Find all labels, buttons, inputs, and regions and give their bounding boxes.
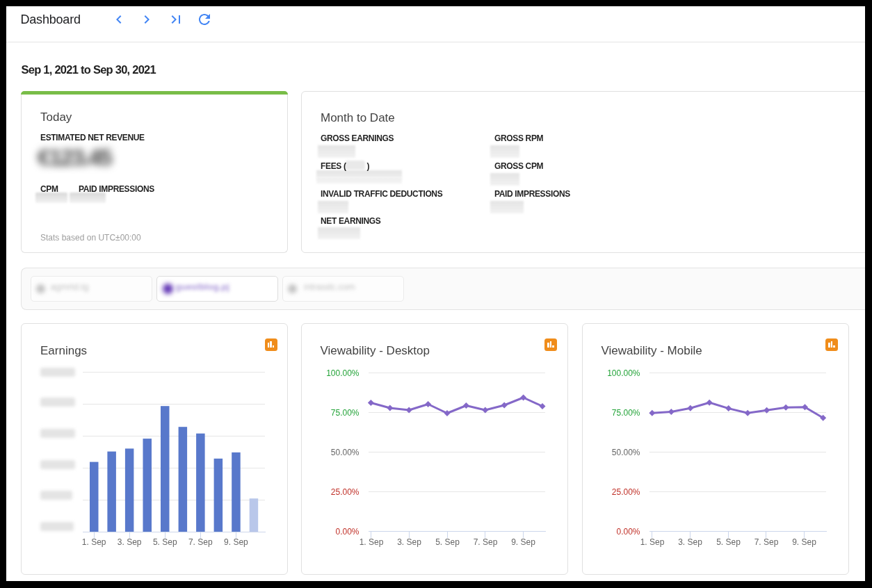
svg-text:25.00%: 25.00% xyxy=(330,487,359,497)
svg-text:75.00%: 75.00% xyxy=(611,408,640,418)
svg-text:7. Sep: 7. Sep xyxy=(188,537,213,547)
svg-text:0.00%: 0.00% xyxy=(616,527,640,537)
svg-text:5. Sep: 5. Sep xyxy=(716,537,741,547)
svg-text:75.00%: 75.00% xyxy=(330,408,359,418)
svg-text:9. Sep: 9. Sep xyxy=(511,537,535,547)
svg-text:9. Sep: 9. Sep xyxy=(792,537,816,547)
svg-text:1. Sep: 1. Sep xyxy=(82,537,106,547)
svg-text:5. Sep: 5. Sep xyxy=(435,537,460,547)
svg-text:0.00%: 0.00% xyxy=(335,527,359,537)
svg-text:9. Sep: 9. Sep xyxy=(224,537,248,547)
svg-text:100.00%: 100.00% xyxy=(326,368,360,378)
svg-text:1. Sep: 1. Sep xyxy=(359,537,383,547)
svg-text:3. Sep: 3. Sep xyxy=(118,537,142,547)
svg-text:50.00%: 50.00% xyxy=(330,448,359,457)
svg-text:7. Sep: 7. Sep xyxy=(754,537,778,547)
svg-text:1. Sep: 1. Sep xyxy=(640,537,664,547)
svg-text:7. Sep: 7. Sep xyxy=(473,537,497,547)
svg-text:50.00%: 50.00% xyxy=(611,448,640,457)
svg-text:100.00%: 100.00% xyxy=(607,368,640,378)
svg-text:25.00%: 25.00% xyxy=(611,487,640,497)
svg-text:5. Sep: 5. Sep xyxy=(153,537,177,547)
svg-text:3. Sep: 3. Sep xyxy=(678,537,702,547)
svg-text:3. Sep: 3. Sep xyxy=(397,537,421,547)
